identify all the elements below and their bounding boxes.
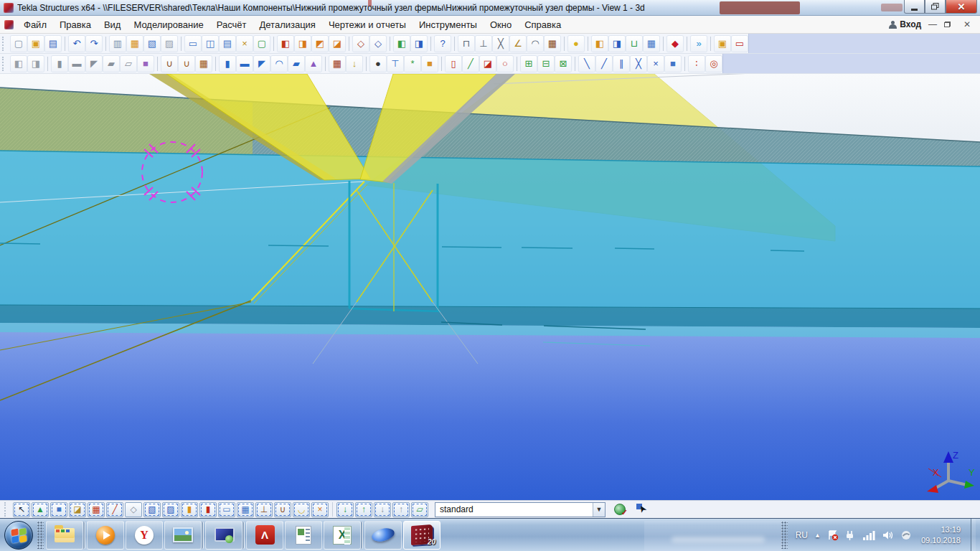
menu-правка[interactable]: Правка bbox=[53, 17, 98, 32]
combobox-dropdown-button[interactable]: ▼ bbox=[593, 503, 605, 517]
menu-моделирование[interactable]: Моделирование bbox=[127, 17, 209, 32]
window-list-button[interactable]: ▤ bbox=[220, 36, 235, 52]
toolbar-grip[interactable] bbox=[2, 37, 7, 51]
select-objects-toggle[interactable]: ↖ bbox=[13, 502, 30, 517]
more-commands-button[interactable]: » bbox=[691, 36, 707, 52]
pointer-mode-icon[interactable] bbox=[636, 502, 650, 517]
next-marker-button[interactable]: ◇ bbox=[370, 36, 386, 52]
restore-button[interactable] bbox=[925, 0, 946, 14]
undo-button[interactable]: ↶ bbox=[69, 36, 85, 52]
save-model-button[interactable]: ▤ bbox=[45, 36, 61, 52]
taskbar-acrobat[interactable]: Λ bbox=[246, 521, 283, 550]
concrete-slab-button[interactable]: ▰ bbox=[288, 56, 304, 72]
cut-with-line-button[interactable]: ╱ bbox=[463, 56, 479, 72]
render-surfaces-button[interactable]: ◨ bbox=[28, 56, 44, 72]
select-rebar-toggle[interactable]: ▧ bbox=[143, 502, 161, 517]
clock[interactable]: 13:19 09.10.2018 bbox=[921, 524, 961, 546]
menu-вид[interactable]: Вид bbox=[98, 17, 128, 32]
taskbar-grip[interactable] bbox=[37, 522, 44, 549]
taskbar-excel[interactable]: X bbox=[324, 521, 361, 550]
component-catalog-button[interactable]: * bbox=[405, 56, 420, 72]
copy-special-button[interactable]: ◧ bbox=[592, 36, 608, 52]
task-scheduler-button[interactable]: ▦ bbox=[644, 36, 659, 52]
menu-чертежи-и-отчеты[interactable]: Чертежи и отчеты bbox=[322, 17, 413, 32]
taskbar-yandex-browser[interactable]: Y bbox=[126, 521, 163, 550]
grid-shift-down-toggle[interactable]: ↓ bbox=[374, 502, 391, 517]
steel-polybeam-button[interactable]: ◤ bbox=[86, 56, 102, 72]
select-components-toggle[interactable]: ▲ bbox=[32, 502, 49, 517]
snap-geometry-lines-button[interactable]: ╱ bbox=[596, 56, 612, 72]
weld-between-button[interactable]: ∪ bbox=[179, 56, 194, 72]
taskbar-tekla-structures[interactable]: 20 bbox=[403, 521, 440, 550]
cut-with-part-button[interactable]: ◪ bbox=[480, 56, 496, 72]
work-plane-toggle[interactable]: ▱ bbox=[411, 502, 428, 517]
tekla-online-button[interactable]: ◆ bbox=[667, 36, 683, 52]
child-minimize-button[interactable]: — bbox=[927, 19, 938, 29]
macros-button[interactable]: ▨ bbox=[161, 36, 177, 52]
snap-parallel-button[interactable]: ∥ bbox=[613, 56, 629, 72]
snap-intersections-button[interactable]: ╳ bbox=[631, 56, 646, 72]
select-welds-toggle[interactable]: ◇ bbox=[125, 502, 142, 517]
autoconnection-button[interactable]: ⊞ bbox=[521, 56, 537, 72]
taskbar-lens-app[interactable] bbox=[364, 521, 402, 550]
snap-nearest-point-button[interactable]: × bbox=[648, 56, 664, 72]
select-welds-all-toggle[interactable]: ∪ bbox=[274, 502, 291, 517]
hidden-icons-button[interactable]: ▲ bbox=[814, 532, 821, 539]
create-bolts-button[interactable]: ▦ bbox=[329, 56, 345, 72]
shift-down-toggle[interactable]: ↓ bbox=[336, 502, 354, 517]
create-pin-button[interactable]: ● bbox=[568, 36, 584, 52]
new-window-button[interactable]: ▭ bbox=[185, 36, 201, 52]
select-grids-toggle[interactable]: ▦ bbox=[237, 502, 254, 517]
close-button[interactable]: ✕ bbox=[946, 0, 977, 14]
shift-up-toggle[interactable]: ↑ bbox=[355, 502, 372, 517]
status-swirl-icon[interactable] bbox=[900, 529, 912, 541]
cut-button[interactable]: × bbox=[237, 36, 253, 52]
taskbar-media-player[interactable] bbox=[87, 521, 124, 550]
taskbar-remote-desktop[interactable] bbox=[205, 521, 242, 550]
view-folder-button[interactable]: ◨ bbox=[295, 36, 311, 52]
concrete-column-button[interactable]: ▮ bbox=[220, 56, 235, 72]
select-grid-lines-toggle[interactable]: ╱ bbox=[106, 502, 123, 517]
profile-catalog-button[interactable]: ⊔ bbox=[626, 36, 642, 52]
minimize-button[interactable] bbox=[904, 0, 925, 14]
phase-manager-button[interactable]: ⊤ bbox=[387, 56, 403, 72]
concrete-polybeam-button[interactable]: ◤ bbox=[254, 56, 270, 72]
taskbar-document-viewer[interactable] bbox=[285, 521, 322, 550]
redo-button[interactable]: ↷ bbox=[86, 36, 102, 52]
measure-arc-button[interactable]: ◠ bbox=[527, 36, 543, 52]
previous-marker-button[interactable]: ◇ bbox=[353, 36, 369, 52]
snap-center-point-button[interactable]: ◎ bbox=[706, 56, 722, 72]
select-single-rebar-toggle[interactable]: ▮ bbox=[199, 502, 217, 517]
steel-column-button[interactable]: ▮ bbox=[52, 56, 67, 72]
publish-viewer-button[interactable]: ▭ bbox=[732, 36, 748, 52]
menu-файл[interactable]: Файл bbox=[17, 17, 53, 32]
grid-shift-up-toggle[interactable]: ↑ bbox=[392, 502, 410, 517]
named-view-button[interactable]: ◧ bbox=[278, 36, 293, 52]
weld-button[interactable]: ∪ bbox=[161, 56, 177, 72]
polygon-cut-button[interactable]: ○ bbox=[497, 56, 513, 72]
curved-beam-button[interactable]: ◠ bbox=[271, 56, 287, 72]
measure-angle-button[interactable]: ∠ bbox=[510, 36, 526, 52]
child-close-button[interactable]: ✕ bbox=[961, 19, 973, 29]
select-surface-objects-toggle[interactable]: ◡ bbox=[293, 502, 310, 517]
view-cube-button[interactable]: ◪ bbox=[329, 36, 345, 52]
material-catalog-button[interactable]: ■ bbox=[422, 56, 438, 72]
autodefaults-button[interactable]: ⊟ bbox=[538, 56, 554, 72]
action-center-flag-icon[interactable] bbox=[827, 529, 839, 541]
select-cuts-toggle[interactable]: × bbox=[311, 502, 329, 517]
find-objects-button[interactable]: ● bbox=[370, 56, 386, 72]
steel-slab-button[interactable]: ▱ bbox=[121, 56, 136, 72]
menu-окно[interactable]: Окно bbox=[484, 17, 518, 32]
snap-any-position-button[interactable]: ■ bbox=[665, 56, 681, 72]
copy-button[interactable]: ▦ bbox=[127, 36, 143, 52]
network-signal-icon[interactable] bbox=[862, 529, 875, 541]
select-parts-toggle[interactable]: ■ bbox=[50, 502, 67, 517]
display-filter-button[interactable] bbox=[611, 502, 628, 517]
select-points-toggle[interactable]: ▦ bbox=[88, 502, 105, 517]
menu-справка[interactable]: Справка bbox=[518, 17, 567, 32]
toolbar-grip[interactable] bbox=[4, 502, 9, 517]
move-object-button[interactable]: ◨ bbox=[411, 36, 427, 52]
split-window-button[interactable]: ◫ bbox=[202, 36, 218, 52]
copy-object-button[interactable]: ◧ bbox=[394, 36, 410, 52]
paste-button[interactable]: ▧ bbox=[144, 36, 160, 52]
